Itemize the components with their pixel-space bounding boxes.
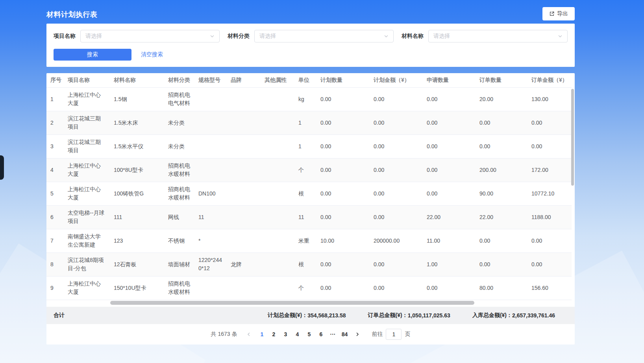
table-cell: 米重: [294, 229, 316, 252]
vertical-scrollbar-thumb[interactable]: [571, 89, 574, 186]
table-cell: 1.5钢: [110, 87, 164, 111]
summary-item-label: 计划总金额(¥)：: [268, 312, 307, 319]
table-row[interactable]: 7南钢盛达大学生公寓新建123不锈钢*米重10.00200000.0011.00…: [46, 229, 572, 252]
pager-page-1[interactable]: 1: [256, 329, 268, 340]
table-cell: [227, 111, 261, 135]
table-cell: 不锈钢: [164, 229, 194, 252]
table-row[interactable]: 1上海松江中心大厦1.5钢招商机电电气材料kg0.000.000.0020.00…: [46, 87, 572, 111]
table-cell: 200.00: [476, 158, 527, 182]
table-cell: [261, 87, 294, 111]
table-row[interactable]: 2滨江花城三期项目1.5米木床未分类10.000.000.000.000.00: [46, 111, 572, 135]
table-cell: 上海松江中心大厦: [64, 182, 110, 205]
pager-next-button[interactable]: [352, 329, 363, 340]
table-cell: 20.00: [476, 87, 527, 111]
table-cell: 0.00: [316, 182, 370, 205]
table-row[interactable]: 9上海松江中心大厦150*10U型卡招商机电水暖材料个0.000.000.008…: [46, 276, 572, 300]
table-cell: 龙牌: [227, 252, 261, 276]
table-cell: *: [194, 229, 227, 252]
select-placeholder: 请选择: [85, 33, 102, 40]
table-cell: 1.00: [423, 252, 476, 276]
table-cell: [227, 229, 261, 252]
horizontal-scrollbar-thumb[interactable]: [110, 301, 474, 305]
table-cell: 招商机电水暖材料: [164, 182, 194, 205]
material-category-label: 材料分类: [228, 33, 250, 40]
pager-ellipsis[interactable]: ···: [327, 329, 339, 340]
table-cell: 0.00: [316, 135, 370, 158]
goto-label: 前往: [372, 331, 383, 338]
clear-search-button[interactable]: 清空搜索: [141, 51, 163, 58]
pager-page-6[interactable]: 6: [315, 329, 327, 340]
export-icon: [549, 11, 555, 17]
pager-page-4[interactable]: 4: [291, 329, 303, 340]
goto-group: 前往 页: [372, 329, 410, 340]
table-cell: 根: [294, 252, 316, 276]
table-cell: [194, 111, 227, 135]
summary-item-label: 订单总金额(¥)：: [368, 312, 408, 319]
table-cell: 1: [46, 87, 64, 111]
table-cell: 1: [294, 135, 316, 158]
summary-item-value: 2,657,339,761.46: [512, 312, 555, 319]
pager-page-5[interactable]: 5: [303, 329, 315, 340]
table-cell: 10772.10: [527, 182, 572, 205]
table-cell: 6: [46, 205, 64, 229]
column-header: 计划金额（¥）: [370, 73, 423, 87]
pager-prev-button[interactable]: [243, 329, 254, 340]
table-cell: 0.00: [316, 205, 370, 229]
column-header: 计划数量: [316, 73, 370, 87]
table-cell: [194, 276, 227, 300]
table-row[interactable]: 5上海松江中心大厦100铸铁管G招商机电水暖材料DN100根0.000.000.…: [46, 182, 572, 205]
table-cell: 个: [294, 158, 316, 182]
pager-page-2[interactable]: 2: [268, 329, 279, 340]
search-button[interactable]: 搜索: [54, 49, 131, 61]
table-cell: 90.00: [476, 182, 527, 205]
table-row[interactable]: 3滨江花城三期项目1.5米水平仪未分类10.000.000.000.000.00: [46, 135, 572, 158]
table-cell: [194, 158, 227, 182]
table-cell: 4: [46, 158, 64, 182]
table-cell: [227, 276, 261, 300]
table-cell: 5: [46, 182, 64, 205]
column-header: 品牌: [227, 73, 261, 87]
table-row[interactable]: 8滨江花城8期项目-分包12石膏板墙面辅材1220*2440*12龙牌根0.00…: [46, 252, 572, 276]
table-cell: 12石膏板: [110, 252, 164, 276]
table-cell: 南钢盛达大学生公寓新建: [64, 229, 110, 252]
top-bar: 材料计划执行表 导出: [0, 0, 644, 24]
table-cell: 墙面辅材: [164, 252, 194, 276]
export-button[interactable]: 导出: [542, 7, 575, 20]
column-header: 序号: [46, 73, 64, 87]
drawer-handle[interactable]: [0, 155, 4, 180]
table-cell: [261, 205, 294, 229]
pager-pages: 123456···84: [256, 329, 350, 340]
table-cell: 1.5米水平仪: [110, 135, 164, 158]
table-cell: 0.00: [316, 252, 370, 276]
goto-page-input[interactable]: [386, 329, 402, 340]
table-cell: [261, 182, 294, 205]
chevron-down-icon: [558, 34, 563, 39]
table-cell: 123: [110, 229, 164, 252]
pager-page-3[interactable]: 3: [279, 329, 291, 340]
filter-group-project: 项目名称 请选择: [54, 30, 220, 42]
material-category-select[interactable]: 请选择: [254, 30, 394, 42]
project-name-select[interactable]: 请选择: [80, 30, 220, 42]
summary-row: 合计 计划总金额(¥)：354,568,213.58订单总金额(¥)：1,050…: [46, 307, 575, 324]
table-row[interactable]: 6太空电梯--月球项目111网线11110.000.0022.0022.0011…: [46, 205, 572, 229]
table-cell: 0.00: [527, 111, 572, 135]
table-cell: [194, 87, 227, 111]
table-cell: 1.5米木床: [110, 111, 164, 135]
table-cell: 0.00: [423, 182, 476, 205]
table-cell: 2: [46, 111, 64, 135]
pager-page-84[interactable]: 84: [339, 329, 350, 340]
table-cell: 滨江花城三期项目: [64, 135, 110, 158]
table-cell: 招商机电水暖材料: [164, 276, 194, 300]
table-cell: 22.00: [476, 205, 527, 229]
material-name-select[interactable]: 请选择: [428, 30, 568, 42]
table-cell: 0.00: [370, 276, 423, 300]
table-cell: 滨江花城8期项目-分包: [64, 252, 110, 276]
filter-group-material-name: 材料名称 请选择: [402, 30, 568, 42]
column-header: 订单数量: [476, 73, 527, 87]
table-cell: 100铸铁管G: [110, 182, 164, 205]
chevron-down-icon: [210, 34, 215, 39]
table-row[interactable]: 4上海松江中心大厦100*8U型卡招商机电水暖材料个0.000.000.0020…: [46, 158, 572, 182]
table-cell: [261, 252, 294, 276]
table-cell: 上海松江中心大厦: [64, 87, 110, 111]
table-cell: 个: [294, 276, 316, 300]
